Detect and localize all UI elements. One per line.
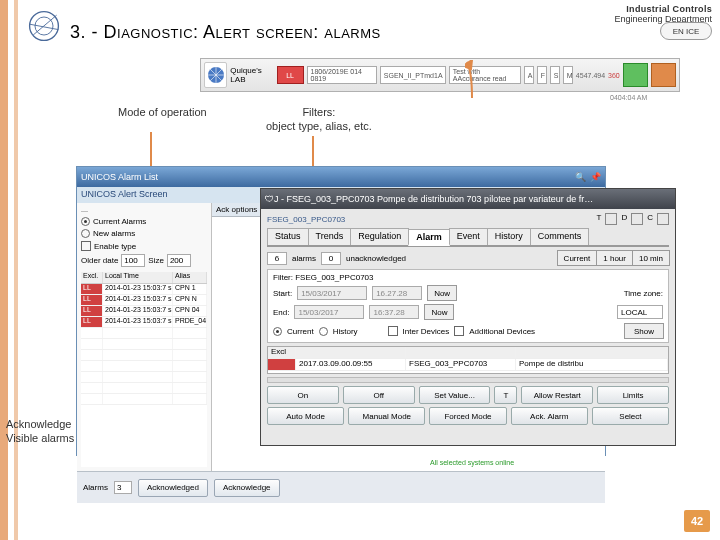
list-item[interactable]: 2017.03.09.00.09:55FSEG_003_PPC0703Pompe…	[268, 359, 668, 371]
table-row[interactable]: LL2014-01-23 15:03:7 s.1PRDE_04	[81, 317, 207, 328]
clock: 0404:04 AM	[610, 94, 647, 101]
size-input[interactable]: 200	[167, 254, 191, 267]
accent-strip	[0, 0, 8, 540]
table-row	[81, 361, 207, 372]
end-time[interactable]: 16:37.28	[369, 305, 419, 319]
cern-logo	[26, 8, 62, 44]
show-button[interactable]: Show	[624, 323, 664, 339]
seg-10min[interactable]: 10 min	[632, 250, 670, 266]
alert-bottom: Alarms 3 Acknowledged Acknowledge	[77, 471, 605, 503]
chk-add[interactable]	[454, 326, 464, 336]
btn-ackalarm[interactable]: Ack. Alarm	[511, 407, 588, 425]
fw-obj: FSEG_003_PPC0703	[267, 215, 345, 224]
tb-field-2[interactable]: SGEN_II_PTmd1A	[380, 66, 446, 84]
table-row	[81, 372, 207, 383]
tab-comments[interactable]: Comments	[530, 228, 590, 245]
btn-off[interactable]: Off	[343, 386, 415, 404]
chk-inter[interactable]	[388, 326, 398, 336]
toolbar-red[interactable]: LL	[277, 66, 304, 84]
tb-val2: 360	[608, 72, 620, 79]
ack-button[interactable]: Acknowledged	[138, 479, 208, 497]
shield-icon: 🛡	[265, 194, 274, 204]
unack-n: 0	[321, 252, 341, 265]
btn-select[interactable]: Select	[592, 407, 669, 425]
enice-badge: EN ICE	[660, 22, 712, 40]
btn-forced[interactable]: Forced Mode	[429, 407, 506, 425]
tb-field-3[interactable]: Test with AAccurance read	[449, 66, 521, 84]
svg-line-3	[30, 24, 59, 29]
older-input[interactable]: 100	[121, 254, 145, 267]
radio-new[interactable]: New alarms	[81, 229, 207, 238]
tab-trends[interactable]: Trends	[308, 228, 352, 245]
start-time[interactable]: 16.27.28	[372, 286, 422, 300]
search-icon[interactable]: 🔍	[575, 172, 586, 182]
header-org: Industrial Controls Engineering Departme…	[614, 4, 712, 24]
btn-auto[interactable]: Auto Mode	[267, 407, 344, 425]
table-row[interactable]: LL2014-01-23 15:03:7 s.1CPN 1	[81, 284, 207, 295]
btn-on[interactable]: On	[267, 386, 339, 404]
tz-select[interactable]: LOCAL	[617, 305, 663, 319]
led-c	[657, 213, 669, 225]
tab-regulation[interactable]: Regulation	[350, 228, 409, 245]
svg-marker-9	[465, 60, 472, 69]
btn-allowrestart[interactable]: Allow Restart	[521, 386, 593, 404]
fw-list[interactable]: Excl 2017.03.09.00.09:55FSEG_003_PPC0703…	[267, 346, 669, 374]
btn-setvalue[interactable]: Set Value...	[419, 386, 491, 404]
fw-tabs: Status Trends Regulation Alarm Event His…	[267, 228, 669, 247]
title-main: Diagnostic: Alert screen:	[104, 22, 319, 42]
tb-orange-button[interactable]	[651, 63, 676, 87]
now-end[interactable]: Now	[424, 304, 454, 320]
status-online: All selected systems online	[430, 459, 514, 466]
radio-current[interactable]	[273, 327, 282, 336]
lab-icon[interactable]	[204, 62, 227, 88]
slide-title: 3. - Diagnostic: Alert screen: alarms	[70, 22, 381, 43]
check-enable[interactable]: Enable type	[81, 241, 207, 251]
radio-history[interactable]	[319, 327, 328, 336]
btn-t[interactable]: T	[494, 386, 517, 404]
now-start[interactable]: Now	[427, 285, 457, 301]
label-ack: Acknowledge Visible alarms	[6, 418, 74, 446]
end-date[interactable]: 15/03/2017	[294, 305, 364, 319]
radio-current[interactable]: Current Alarms	[81, 217, 207, 226]
seg-1hour[interactable]: 1 hour	[596, 250, 633, 266]
led-t	[605, 213, 617, 225]
hscroll[interactable]	[267, 377, 669, 383]
table-row	[81, 394, 207, 405]
alert-title: UNICOS Alarm List	[81, 172, 158, 182]
tb-btn-m[interactable]: M	[563, 66, 573, 84]
label-mode: Mode of operation	[118, 106, 207, 120]
tab-event[interactable]: Event	[449, 228, 488, 245]
filter-label: Filter: FSEG_003_PPC0703	[273, 273, 663, 282]
table-row	[81, 383, 207, 394]
tb-btn-a[interactable]: A	[524, 66, 534, 84]
start-date[interactable]: 15/03/2017	[297, 286, 367, 300]
btn-manual[interactable]: Manual Mode	[348, 407, 425, 425]
table-row	[81, 350, 207, 361]
faceplate-window: 🛡 J - FSEG_003_PPC0703 Pompe de distribu…	[260, 188, 676, 446]
title-suffix: alarms	[324, 22, 380, 42]
tb-btn-s[interactable]: S	[550, 66, 560, 84]
lab-label: Quique's LAB	[230, 66, 273, 84]
btn-limits[interactable]: Limits	[597, 386, 669, 404]
tab-history[interactable]: History	[487, 228, 531, 245]
fw-titlebar[interactable]: 🛡 J - FSEG_003_PPC0703 Pompe de distribu…	[261, 189, 675, 209]
table-row[interactable]: LL2014-01-23 15:03:7 s.1CPN 04	[81, 306, 207, 317]
table-row	[81, 328, 207, 339]
title-prefix: 3. -	[70, 22, 104, 42]
tb-btn-f[interactable]: F	[537, 66, 547, 84]
tab-alarm[interactable]: Alarm	[408, 229, 450, 246]
led-d	[631, 213, 643, 225]
alarm-count: 3	[114, 481, 132, 494]
label-filters: Filters: object type, alias, etc.	[266, 106, 372, 134]
pin-icon[interactable]: 📌	[590, 172, 601, 182]
page-number: 42	[684, 510, 710, 532]
alert-window-titlebar[interactable]: UNICOS Alarm List 🔍 📌	[77, 167, 605, 187]
table-row[interactable]: LL2014-01-23 15:03:7 s.1CPN N	[81, 295, 207, 306]
ack2-button[interactable]: Acknowledge	[214, 479, 280, 497]
tb-val1: 4547.494	[576, 72, 605, 79]
tb-field-1[interactable]: 1806/2019E 014 0819	[307, 66, 377, 84]
seg-current[interactable]: Current	[557, 250, 598, 266]
tb-green-button[interactable]	[623, 63, 648, 87]
tab-status[interactable]: Status	[267, 228, 309, 245]
table-row	[81, 339, 207, 350]
